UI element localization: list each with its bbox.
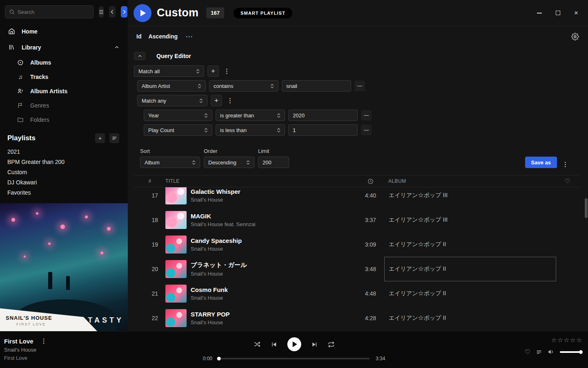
track-title: プラネット・ガール	[191, 261, 347, 269]
duration-column-header	[347, 178, 376, 184]
track-title: Galactic Whisper	[191, 188, 347, 195]
nav-back-button[interactable]	[109, 6, 116, 18]
nav-forward-button[interactable]	[121, 6, 127, 18]
home-icon	[8, 28, 15, 35]
close-button[interactable]: ×	[573, 10, 579, 16]
sidebar-item-folders[interactable]: Folders	[0, 112, 128, 127]
match-all-select[interactable]: Match all	[134, 65, 204, 77]
sort-more-button[interactable]: ···	[186, 33, 193, 40]
maximize-button[interactable]	[555, 10, 561, 16]
shuffle-button[interactable]	[254, 341, 261, 348]
track-row[interactable]: 20 プラネット・ガール Snail's House 3:48 エイリアン☆ポッ…	[134, 257, 579, 281]
smart-playlist-badge: SMART PLAYLIST	[234, 8, 292, 18]
sidebar-item-album-artists[interactable]: Album Artists	[0, 84, 128, 98]
transport-controls: 0:00 3:34	[203, 337, 385, 361]
save-as-button[interactable]: Save as	[525, 157, 557, 168]
app-window: ☰ Home Library Albums ♫ Tracks	[0, 0, 588, 368]
sort-direction-button[interactable]: Ascending	[148, 33, 178, 40]
track-album-focused[interactable]: エイリアン☆ポップ II	[384, 257, 556, 281]
volume-button[interactable]	[548, 348, 555, 355]
add-rule-button[interactable]: +	[211, 95, 222, 106]
track-album: エイリアン☆ポップ II	[384, 281, 556, 306]
search-box[interactable]	[5, 5, 94, 18]
volume-handle[interactable]	[579, 350, 583, 354]
previous-button[interactable]	[271, 341, 278, 348]
track-row[interactable]: 19 Candy Spaceship Snail's House 3:09 エイ…	[134, 232, 579, 257]
sidebar-item-library[interactable]: Library	[0, 39, 128, 55]
playlist-item[interactable]: 2021	[0, 146, 128, 157]
rule-value-input[interactable]	[282, 80, 351, 92]
order-select[interactable]: Descending	[204, 157, 254, 168]
playlist-item[interactable]: Custom	[0, 167, 128, 177]
queue-button[interactable]	[536, 349, 542, 355]
match-any-select[interactable]: Match any	[137, 95, 207, 106]
genres-label: Genres	[30, 102, 49, 109]
rule-operator-select[interactable]: is less than	[216, 124, 285, 136]
track-thumbnail	[165, 187, 187, 204]
add-playlist-button[interactable]: +	[95, 133, 105, 143]
star-icon[interactable]: ☆	[564, 337, 569, 344]
star-icon[interactable]: ☆	[570, 337, 575, 344]
sort-value: Album	[145, 159, 160, 166]
rule-field-select[interactable]: Play Count	[144, 124, 212, 136]
sort-field-button[interactable]: Id	[136, 33, 141, 40]
rule-value-input[interactable]	[288, 124, 358, 136]
track-artist: Snail's House	[191, 295, 347, 301]
artwork-label: TASTY	[88, 316, 124, 325]
track-row[interactable]: 21 Cosmo Funk Snail's House 4:48 エイリアン☆ポ…	[134, 281, 579, 306]
playlist-list-button[interactable]	[109, 133, 119, 143]
sidebar-item-home[interactable]: Home	[0, 23, 128, 39]
menu-button[interactable]: ☰	[99, 6, 104, 18]
limit-input[interactable]	[258, 157, 289, 168]
repeat-button[interactable]	[328, 341, 335, 348]
sidebar-item-genres[interactable]: Genres	[0, 98, 128, 112]
star-icon[interactable]: ☆	[557, 337, 563, 344]
query-rule-row: Album Artist contains —	[137, 80, 579, 92]
collapse-query-editor-button[interactable]	[134, 52, 145, 60]
next-button[interactable]	[311, 341, 318, 348]
rule-field-value: Play Count	[148, 127, 174, 133]
group-menu-button[interactable]: ⋮	[225, 97, 235, 104]
seek-bar[interactable]	[218, 358, 370, 359]
rule-value-input[interactable]	[288, 110, 358, 121]
sidebar-item-tracks[interactable]: ♫ Tracks	[0, 70, 128, 84]
group-menu-button[interactable]: ⋮	[222, 67, 232, 75]
star-icon[interactable]: ☆	[551, 337, 557, 344]
track-artist: Snail's House feat. Sennzai	[191, 221, 347, 227]
track-title: Candy Spaceship	[191, 237, 347, 244]
sort-select[interactable]: Album	[140, 157, 200, 168]
seek-handle[interactable]	[217, 357, 221, 361]
search-input[interactable]	[18, 9, 89, 15]
track-row[interactable]: 18 MAGIK Snail's House feat. Sennzai 3:3…	[134, 208, 579, 232]
playlist-item[interactable]: BPM Greater than 200	[0, 157, 128, 167]
rule-operator-select[interactable]: is greater than	[216, 110, 285, 121]
star-icon[interactable]: ☆	[577, 337, 582, 344]
remove-rule-button[interactable]: —	[354, 81, 365, 91]
track-title: Cosmo Funk	[191, 286, 347, 293]
settings-gear-icon[interactable]	[571, 33, 579, 40]
track-row[interactable]: 22 STARRY POP Snail's House 4:28 エイリアン☆ポ…	[134, 306, 579, 330]
rule-field-select[interactable]: Album Artist	[137, 80, 206, 92]
track-row[interactable]: 17 Galactic Whisper Snail's House 4:40 エ…	[134, 187, 579, 208]
rule-field-select[interactable]: Year	[144, 110, 212, 121]
now-playing-menu-button[interactable]: ⋮	[39, 337, 49, 345]
match-all-value: Match all	[138, 68, 160, 74]
save-menu-button[interactable]: ⋮	[561, 161, 570, 168]
artwork-title: FIRST LOVE	[16, 322, 97, 326]
add-rule-button[interactable]: +	[207, 65, 219, 77]
volume-slider[interactable]	[560, 351, 582, 353]
play-pause-button[interactable]	[287, 337, 301, 351]
scrollbar-thumb[interactable]	[585, 198, 588, 218]
remove-rule-button[interactable]: —	[361, 110, 372, 121]
remove-rule-button[interactable]: —	[361, 125, 372, 135]
playlist-item[interactable]: DJ Okawari	[0, 177, 128, 187]
sidebar-item-albums[interactable]: Albums	[0, 55, 128, 70]
library-label: Library	[22, 44, 41, 51]
playlist-item[interactable]: Favorites	[0, 187, 128, 197]
now-playing-artwork[interactable]: SNAIL'S HOUSE FIRST LOVE TASTY	[0, 203, 128, 331]
favorite-button[interactable]: ♡	[525, 348, 530, 356]
next-icon	[311, 341, 318, 348]
minimize-button[interactable]	[537, 10, 542, 16]
play-playlist-button[interactable]	[134, 4, 151, 22]
rule-operator-select[interactable]: contains	[209, 80, 278, 92]
